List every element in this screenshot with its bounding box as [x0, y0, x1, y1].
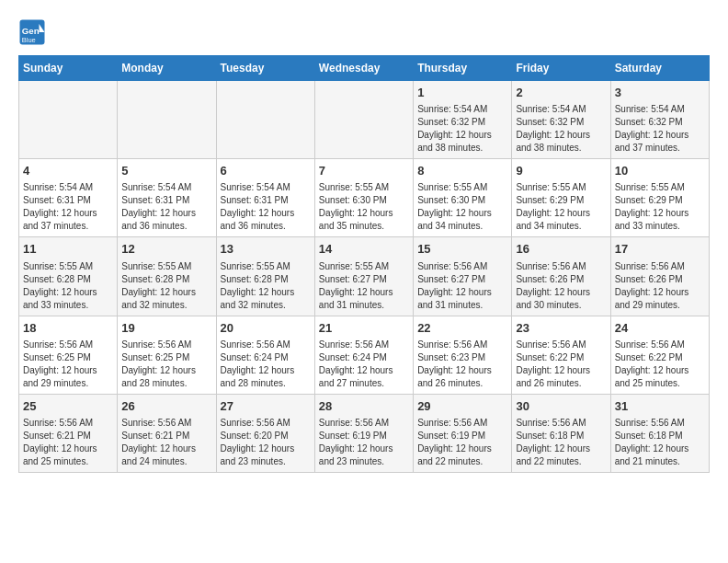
day-cell-1-3: 7Sunrise: 5:55 AM Sunset: 6:30 PM Daylig… [314, 159, 413, 237]
day-cell-3-6: 24Sunrise: 5:56 AM Sunset: 6:22 PM Dayli… [610, 316, 709, 394]
day-number: 12 [121, 241, 211, 258]
day-info: Sunrise: 5:56 AM Sunset: 6:21 PM Dayligh… [23, 417, 113, 468]
day-cell-2-4: 15Sunrise: 5:56 AM Sunset: 6:27 PM Dayli… [414, 237, 512, 316]
day-cell-2-2: 13Sunrise: 5:55 AM Sunset: 6:28 PM Dayli… [216, 237, 314, 316]
day-number: 16 [516, 241, 606, 258]
day-number: 5 [121, 163, 211, 179]
day-number: 28 [319, 398, 409, 415]
day-cell-0-1 [118, 81, 216, 159]
day-info: Sunrise: 5:56 AM Sunset: 6:27 PM Dayligh… [417, 260, 507, 312]
day-cell-3-0: 18Sunrise: 5:56 AM Sunset: 6:25 PM Dayli… [19, 316, 118, 394]
day-number: 31 [615, 398, 705, 415]
day-info: Sunrise: 5:56 AM Sunset: 6:19 PM Dayligh… [319, 417, 409, 468]
week-row-5: 25Sunrise: 5:56 AM Sunset: 6:21 PM Dayli… [19, 394, 710, 472]
calendar-header: SundayMondayTuesdayWednesdayThursdayFrid… [19, 56, 710, 81]
day-cell-4-2: 27Sunrise: 5:56 AM Sunset: 6:20 PM Dayli… [216, 394, 314, 472]
day-info: Sunrise: 5:56 AM Sunset: 6:26 PM Dayligh… [615, 260, 705, 312]
day-info: Sunrise: 5:56 AM Sunset: 6:18 PM Dayligh… [516, 417, 606, 468]
header: Gen Blue [18, 18, 710, 46]
week-row-4: 18Sunrise: 5:56 AM Sunset: 6:25 PM Dayli… [19, 316, 710, 394]
day-info: Sunrise: 5:55 AM Sunset: 6:28 PM Dayligh… [221, 260, 311, 312]
day-cell-3-3: 21Sunrise: 5:56 AM Sunset: 6:24 PM Dayli… [314, 316, 413, 394]
day-number: 8 [417, 163, 507, 179]
day-cell-1-1: 5Sunrise: 5:54 AM Sunset: 6:31 PM Daylig… [118, 159, 216, 237]
week-row-2: 4Sunrise: 5:54 AM Sunset: 6:31 PM Daylig… [19, 159, 710, 237]
day-info: Sunrise: 5:55 AM Sunset: 6:29 PM Dayligh… [516, 181, 606, 233]
day-info: Sunrise: 5:55 AM Sunset: 6:27 PM Dayligh… [319, 260, 409, 312]
day-cell-2-5: 16Sunrise: 5:56 AM Sunset: 6:26 PM Dayli… [512, 237, 610, 316]
header-monday: Monday [118, 56, 216, 81]
day-info: Sunrise: 5:54 AM Sunset: 6:31 PM Dayligh… [221, 181, 311, 233]
header-saturday: Saturday [610, 56, 709, 81]
day-number: 29 [417, 398, 507, 415]
svg-text:Blue: Blue [22, 36, 36, 44]
day-info: Sunrise: 5:54 AM Sunset: 6:31 PM Dayligh… [23, 181, 113, 233]
day-cell-3-2: 20Sunrise: 5:56 AM Sunset: 6:24 PM Dayli… [216, 316, 314, 394]
day-number: 27 [221, 398, 311, 415]
day-number: 10 [615, 163, 705, 179]
day-cell-0-4: 1Sunrise: 5:54 AM Sunset: 6:32 PM Daylig… [414, 81, 512, 159]
day-number: 15 [417, 241, 507, 258]
day-info: Sunrise: 5:55 AM Sunset: 6:30 PM Dayligh… [319, 181, 409, 233]
week-row-3: 11Sunrise: 5:55 AM Sunset: 6:28 PM Dayli… [19, 237, 710, 316]
day-info: Sunrise: 5:56 AM Sunset: 6:25 PM Dayligh… [23, 339, 113, 390]
day-cell-0-5: 2Sunrise: 5:54 AM Sunset: 6:32 PM Daylig… [512, 81, 610, 159]
logo: Gen Blue [18, 18, 50, 46]
day-cell-4-6: 31Sunrise: 5:56 AM Sunset: 6:18 PM Dayli… [610, 394, 709, 472]
day-number: 14 [319, 241, 409, 258]
day-info: Sunrise: 5:54 AM Sunset: 6:32 PM Dayligh… [516, 103, 606, 155]
day-info: Sunrise: 5:56 AM Sunset: 6:21 PM Dayligh… [121, 417, 211, 468]
day-cell-4-1: 26Sunrise: 5:56 AM Sunset: 6:21 PM Dayli… [118, 394, 216, 472]
day-cell-2-0: 11Sunrise: 5:55 AM Sunset: 6:28 PM Dayli… [19, 237, 118, 316]
day-cell-1-6: 10Sunrise: 5:55 AM Sunset: 6:29 PM Dayli… [610, 159, 709, 237]
svg-text:Gen: Gen [22, 26, 40, 36]
day-cell-1-0: 4Sunrise: 5:54 AM Sunset: 6:31 PM Daylig… [19, 159, 118, 237]
day-cell-2-1: 12Sunrise: 5:55 AM Sunset: 6:28 PM Dayli… [118, 237, 216, 316]
day-cell-0-6: 3Sunrise: 5:54 AM Sunset: 6:32 PM Daylig… [610, 81, 709, 159]
day-number: 21 [319, 320, 409, 337]
day-info: Sunrise: 5:55 AM Sunset: 6:30 PM Dayligh… [417, 181, 507, 233]
calendar-body: 1Sunrise: 5:54 AM Sunset: 6:32 PM Daylig… [19, 81, 710, 473]
day-cell-1-4: 8Sunrise: 5:55 AM Sunset: 6:30 PM Daylig… [414, 159, 512, 237]
day-cell-4-3: 28Sunrise: 5:56 AM Sunset: 6:19 PM Dayli… [314, 394, 413, 472]
header-sunday: Sunday [19, 56, 118, 81]
day-cell-1-5: 9Sunrise: 5:55 AM Sunset: 6:29 PM Daylig… [512, 159, 610, 237]
day-info: Sunrise: 5:56 AM Sunset: 6:24 PM Dayligh… [221, 339, 311, 390]
week-row-1: 1Sunrise: 5:54 AM Sunset: 6:32 PM Daylig… [19, 81, 710, 159]
day-info: Sunrise: 5:54 AM Sunset: 6:31 PM Dayligh… [121, 181, 211, 233]
day-cell-4-4: 29Sunrise: 5:56 AM Sunset: 6:19 PM Dayli… [414, 394, 512, 472]
day-info: Sunrise: 5:56 AM Sunset: 6:22 PM Dayligh… [615, 339, 705, 390]
day-cell-3-1: 19Sunrise: 5:56 AM Sunset: 6:25 PM Dayli… [118, 316, 216, 394]
day-cell-2-6: 17Sunrise: 5:56 AM Sunset: 6:26 PM Dayli… [610, 237, 709, 316]
day-cell-0-2 [216, 81, 314, 159]
logo-icon: Gen Blue [18, 18, 46, 46]
header-friday: Friday [512, 56, 610, 81]
calendar-table: SundayMondayTuesdayWednesdayThursdayFrid… [18, 55, 710, 473]
header-tuesday: Tuesday [216, 56, 314, 81]
header-thursday: Thursday [414, 56, 512, 81]
day-info: Sunrise: 5:55 AM Sunset: 6:28 PM Dayligh… [121, 260, 211, 312]
day-cell-0-0 [19, 81, 118, 159]
day-number: 25 [23, 398, 113, 415]
day-info: Sunrise: 5:56 AM Sunset: 6:22 PM Dayligh… [516, 339, 606, 390]
day-info: Sunrise: 5:56 AM Sunset: 6:25 PM Dayligh… [121, 339, 211, 390]
day-info: Sunrise: 5:55 AM Sunset: 6:28 PM Dayligh… [23, 260, 113, 312]
day-info: Sunrise: 5:56 AM Sunset: 6:18 PM Dayligh… [615, 417, 705, 468]
day-number: 18 [23, 320, 113, 337]
day-info: Sunrise: 5:56 AM Sunset: 6:19 PM Dayligh… [417, 417, 507, 468]
day-number: 17 [615, 241, 705, 258]
day-number: 7 [319, 163, 409, 179]
day-number: 23 [516, 320, 606, 337]
day-info: Sunrise: 5:54 AM Sunset: 6:32 PM Dayligh… [417, 103, 507, 155]
day-number: 30 [516, 398, 606, 415]
day-cell-0-3 [314, 81, 413, 159]
header-wednesday: Wednesday [314, 56, 413, 81]
day-cell-4-0: 25Sunrise: 5:56 AM Sunset: 6:21 PM Dayli… [19, 394, 118, 472]
day-number: 3 [615, 85, 705, 101]
day-cell-4-5: 30Sunrise: 5:56 AM Sunset: 6:18 PM Dayli… [512, 394, 610, 472]
day-number: 19 [121, 320, 211, 337]
days-of-week-row: SundayMondayTuesdayWednesdayThursdayFrid… [19, 56, 710, 81]
day-number: 11 [23, 241, 113, 258]
day-info: Sunrise: 5:56 AM Sunset: 6:24 PM Dayligh… [319, 339, 409, 390]
day-number: 24 [615, 320, 705, 337]
